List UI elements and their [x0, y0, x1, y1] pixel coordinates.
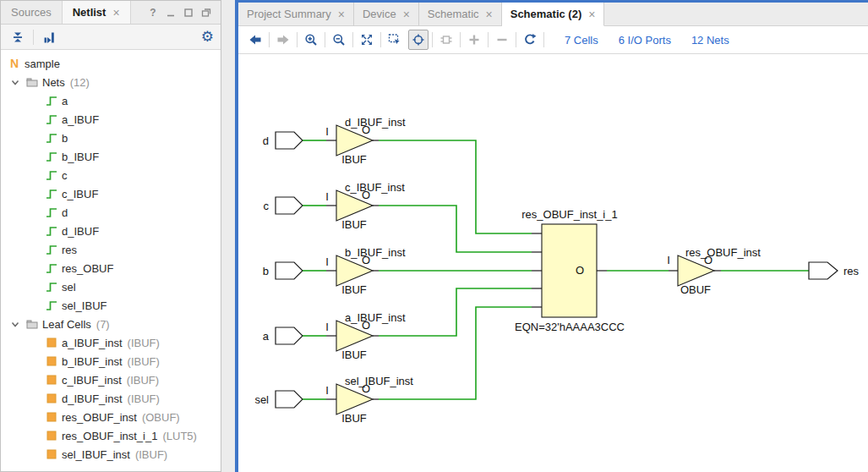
tree-item-d-ibuf[interactable]: d_IBUF	[1, 222, 221, 240]
ibuf-type-label: IBUF	[341, 283, 367, 296]
scroll-to-button[interactable]	[39, 27, 59, 47]
back-button[interactable]	[245, 30, 265, 50]
input-port-shape-d[interactable]	[276, 132, 303, 149]
collapse-all-button[interactable]	[8, 27, 28, 47]
tree-item-b-ibuf[interactable]: b_IBUF	[1, 147, 221, 166]
net-icon	[45, 280, 58, 294]
cells-count-link[interactable]: 7 Cells	[565, 34, 598, 47]
netlist-panel: Sources Netlist × ?	[0, 0, 221, 472]
tree-item-sample[interactable]: Nsample	[1, 54, 221, 73]
tree-item-a-ibuf[interactable]: a_IBUF	[1, 110, 221, 129]
ibuf-input-pin-label: I	[325, 255, 329, 268]
net-icon	[45, 224, 58, 238]
tree-item-label: res_OBUF_inst	[62, 411, 137, 424]
float-icon[interactable]	[200, 7, 212, 19]
ibuf-cell-sel[interactable]: selIOsel_IBUF_instIBUF	[254, 307, 532, 425]
tree-item-c-ibuf-inst[interactable]: c_IBUF_inst(IBUF)	[1, 370, 221, 389]
tree-item-label: a	[62, 95, 68, 107]
input-port-shape-a[interactable]	[276, 327, 303, 344]
output-port-res[interactable]: res	[809, 262, 860, 279]
tree-item-sel[interactable]: sel	[1, 277, 221, 296]
tree-item-label: c_IBUF	[62, 188, 98, 200]
tree-item-label: d_IBUF	[62, 225, 99, 238]
tree-item-leaf-cells[interactable]: Leaf Cells(7)	[1, 315, 221, 333]
expander[interactable]	[8, 317, 22, 331]
ibuf-cell-c[interactable]: cIOc_IBUF_instIBUF	[264, 181, 532, 252]
zoom-fit-button[interactable]	[357, 30, 377, 50]
tree-item-label: b_IBUF_inst	[62, 355, 123, 368]
tree-item-a-ibuf-inst[interactable]: a_IBUF_inst(IBUF)	[1, 333, 221, 352]
zoom-in-button[interactable]	[301, 30, 321, 50]
input-port-label: b	[263, 265, 269, 277]
close-icon[interactable]: ×	[338, 8, 345, 21]
maximize-icon[interactable]	[183, 7, 194, 19]
close-icon[interactable]: ×	[588, 8, 595, 21]
net-c_IBUF[interactable]	[379, 206, 532, 252]
schematic-toolbar: 7 Cells 6 I/O Ports 12 Nets	[238, 26, 868, 54]
tree-item-res-obuf-inst-i-1[interactable]: res_OBUF_inst_i_1(LUT5)	[1, 426, 221, 445]
tree-item-label: res_OBUF_inst_i_1	[62, 430, 157, 442]
tree-item-sel-ibuf[interactable]: sel_IBUF	[1, 296, 221, 315]
ibuf-cell-a[interactable]: aIOa_IBUF_instIBUF	[263, 288, 532, 361]
tree-item-res-obuf[interactable]: res_OBUF	[1, 259, 221, 277]
tree-item-nets[interactable]: Nets(12)	[1, 73, 221, 91]
toolbar-separator	[432, 32, 433, 47]
expand-levels-button[interactable]	[464, 30, 484, 50]
zoom-to-selection-button[interactable]	[385, 30, 405, 50]
schematic-canvas[interactable]: dIOd_IBUF_instIBUFcIOc_IBUF_instIBUFbIOb…	[238, 54, 868, 472]
expand-cone-button[interactable]	[436, 30, 456, 50]
net-icon	[45, 187, 58, 200]
close-icon[interactable]: ×	[112, 6, 119, 19]
tree-item-a[interactable]: a	[1, 91, 221, 110]
close-icon[interactable]: ×	[486, 8, 493, 21]
tab-sources-label: Sources	[11, 6, 52, 19]
tree-item-sel-ibuf-inst[interactable]: sel_IBUF_inst(IBUF)	[1, 445, 221, 464]
input-port-shape-c[interactable]	[276, 197, 303, 214]
tree-item-res-obuf-inst[interactable]: res_OBUF_inst(OBUF)	[1, 408, 221, 426]
lut5-instance-label: res_OBUF_inst_i_1	[521, 208, 617, 221]
panel-window-controls: ?	[147, 1, 221, 24]
output-port-shape[interactable]	[809, 262, 838, 279]
lut5-body[interactable]	[542, 224, 597, 317]
net-icon	[45, 131, 58, 145]
tree-item-b-ibuf-inst[interactable]: b_IBUF_inst(IBUF)	[1, 352, 221, 370]
chevron-down-icon	[9, 76, 21, 88]
close-icon[interactable]: ×	[403, 8, 410, 21]
tree-item-type: (IBUF)	[127, 374, 159, 387]
autofit-selection-button[interactable]	[408, 30, 429, 50]
cell-icon	[45, 336, 58, 349]
tree-item-res[interactable]: res	[1, 240, 221, 259]
tree-item-c[interactable]: c	[1, 166, 221, 184]
cell-icon	[45, 373, 58, 387]
tree-item-d[interactable]: d	[1, 203, 221, 222]
tree-item-c-ibuf[interactable]: c_IBUF	[1, 184, 221, 203]
net-icon	[45, 150, 58, 163]
zoom-out-button[interactable]	[329, 30, 349, 50]
forward-button[interactable]	[273, 30, 293, 50]
tree-item-d-ibuf-inst[interactable]: d_IBUF_inst(IBUF)	[1, 389, 221, 408]
tree-item-b[interactable]: b	[1, 129, 221, 147]
tab-device[interactable]: Device×	[354, 3, 419, 25]
minimize-icon[interactable]	[165, 7, 177, 19]
obuf-type-label: OBUF	[680, 283, 711, 296]
tab-schematic-2-[interactable]: Schematic (2)×	[502, 3, 605, 26]
ibuf-type-label: IBUF	[341, 412, 367, 425]
refresh-icon	[523, 33, 537, 47]
tab-sources[interactable]: Sources	[1, 1, 63, 24]
ibuf-cell-d[interactable]: dIOd_IBUF_instIBUF	[263, 116, 532, 233]
regenerate-button[interactable]	[520, 30, 540, 50]
help-icon[interactable]: ?	[147, 7, 159, 19]
input-port-shape-b[interactable]	[276, 262, 303, 279]
ioports-count-link[interactable]: 6 I/O Ports	[619, 34, 671, 47]
settings-gear-icon[interactable]: ⚙	[201, 30, 214, 44]
input-port-shape-sel[interactable]	[276, 391, 303, 408]
expander[interactable]	[8, 75, 22, 89]
tree-item-type: (12)	[70, 76, 90, 89]
tab-netlist[interactable]: Netlist ×	[63, 1, 131, 24]
cell-icon	[45, 410, 58, 424]
nets-count-link[interactable]: 12 Nets	[691, 34, 729, 47]
tab-schematic[interactable]: Schematic×	[419, 3, 502, 25]
collapse-levels-button[interactable]	[492, 30, 512, 50]
tab-project-summary[interactable]: Project Summary×	[238, 3, 354, 25]
tree-item-label: Nets	[42, 76, 65, 89]
